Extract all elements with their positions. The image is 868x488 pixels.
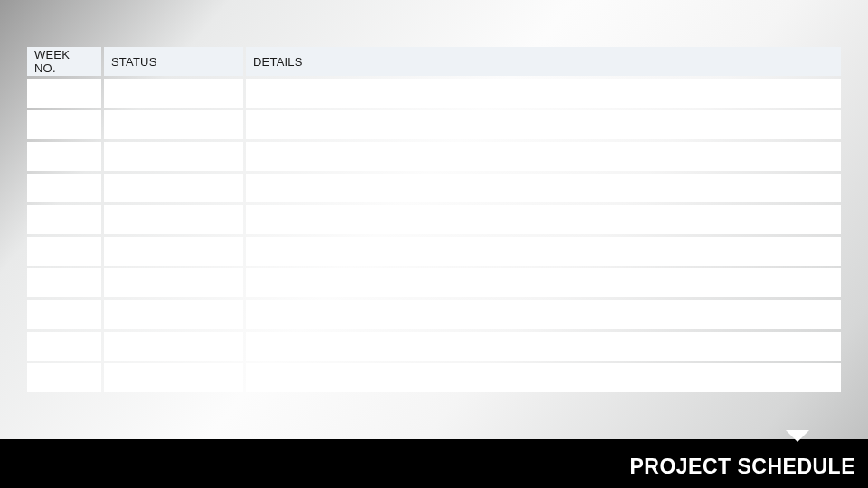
schedule-table-wrap: WEEK NO. STATUS DETAILS bbox=[24, 44, 844, 395]
col-header-week: WEEK NO. bbox=[27, 47, 101, 76]
table-row bbox=[27, 142, 841, 171]
cell-details bbox=[246, 174, 841, 202]
col-header-details: DETAILS bbox=[246, 47, 841, 76]
table-row bbox=[27, 268, 841, 297]
table-row bbox=[27, 332, 841, 361]
schedule-table: WEEK NO. STATUS DETAILS bbox=[24, 44, 844, 395]
table-row bbox=[27, 363, 841, 392]
cell-week bbox=[27, 300, 101, 329]
cell-details bbox=[246, 79, 841, 108]
cell-status bbox=[104, 79, 243, 108]
cell-status bbox=[104, 142, 243, 171]
table-row bbox=[27, 110, 841, 139]
cell-week bbox=[27, 110, 101, 139]
table-row bbox=[27, 237, 841, 266]
cell-status bbox=[104, 174, 243, 202]
cell-details bbox=[246, 332, 841, 361]
table-row bbox=[27, 79, 841, 108]
cell-details bbox=[246, 268, 841, 297]
cell-week bbox=[27, 142, 101, 171]
cell-week bbox=[27, 174, 101, 202]
cell-week bbox=[27, 332, 101, 361]
slide: WEEK NO. STATUS DETAILS bbox=[0, 0, 868, 488]
cell-details bbox=[246, 300, 841, 329]
cell-status bbox=[104, 205, 243, 234]
cell-status bbox=[104, 332, 243, 361]
table-row bbox=[27, 174, 841, 202]
cell-week bbox=[27, 79, 101, 108]
cell-status bbox=[104, 363, 243, 392]
table-row bbox=[27, 205, 841, 234]
chevron-down-icon bbox=[786, 430, 809, 442]
cell-week bbox=[27, 237, 101, 266]
cell-status bbox=[104, 300, 243, 329]
footer-bar: PROJECT SCHEDULE bbox=[0, 439, 868, 488]
table-row bbox=[27, 300, 841, 329]
cell-status bbox=[104, 237, 243, 266]
cell-week bbox=[27, 268, 101, 297]
cell-status bbox=[104, 268, 243, 297]
cell-details bbox=[246, 142, 841, 171]
page-title: PROJECT SCHEDULE bbox=[629, 455, 855, 479]
cell-week bbox=[27, 205, 101, 234]
table-header-row: WEEK NO. STATUS DETAILS bbox=[27, 47, 841, 76]
col-header-status: STATUS bbox=[104, 47, 243, 76]
cell-details bbox=[246, 363, 841, 392]
cell-details bbox=[246, 205, 841, 234]
cell-details bbox=[246, 237, 841, 266]
cell-week bbox=[27, 363, 101, 392]
cell-details bbox=[246, 110, 841, 139]
cell-status bbox=[104, 110, 243, 139]
